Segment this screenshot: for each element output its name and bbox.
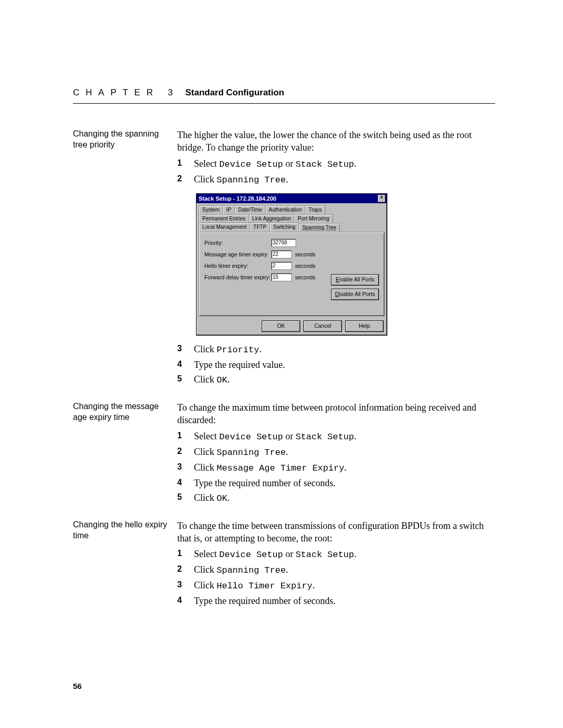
step: Click Message Age Timer Expiry.: [177, 461, 495, 475]
section-intro: The higher the value, the lower the chan…: [177, 129, 495, 154]
tab-authentication[interactable]: Authentication: [265, 205, 305, 214]
chapter-title: Standard Configuration: [185, 88, 284, 98]
tab-datetime[interactable]: Date/Time: [235, 205, 266, 214]
tab-link-aggregation[interactable]: Link Aggregation: [249, 214, 295, 223]
hello-label: Hello timer expiry:: [204, 262, 271, 269]
dialog-titlebar[interactable]: Stack Setup - 172.28.184.200 ×: [197, 194, 387, 203]
page-number: 56: [73, 682, 82, 690]
step: Click OK.: [177, 373, 495, 387]
step: Click OK.: [177, 491, 495, 505]
stack-setup-dialog: Stack Setup - 172.28.184.200 × System IP…: [196, 193, 387, 336]
tab-permanent-entries[interactable]: Permanent Entries: [199, 214, 249, 223]
enable-all-ports-button[interactable]: Enable All Ports: [331, 274, 379, 286]
step: Type the required number of seconds.: [177, 595, 495, 607]
section-spanning-priority: Changing the spanning tree priority The …: [73, 129, 495, 389]
msg-age-input[interactable]: 22: [271, 250, 292, 258]
section-intro: To change the time between transmissions…: [177, 520, 495, 545]
cancel-button[interactable]: Cancel: [303, 320, 342, 332]
help-button[interactable]: Help: [345, 320, 384, 332]
close-icon[interactable]: ×: [377, 194, 386, 203]
tab-spanning-tree[interactable]: Spanning Tree: [299, 223, 340, 232]
priority-input[interactable]: 32768: [271, 239, 296, 247]
disable-all-ports-button[interactable]: Disable All Ports: [331, 289, 379, 300]
page-header: CHAPTER 3 Standard Configuration: [73, 88, 495, 104]
section-hello-expiry: Changing the hello expiry time To change…: [73, 520, 495, 610]
ok-button[interactable]: OK: [262, 320, 300, 332]
step: Type the required number of seconds.: [177, 477, 495, 489]
priority-label: Priority:: [204, 239, 271, 246]
tab-traps[interactable]: Traps: [305, 205, 325, 214]
tab-tftp[interactable]: TFTP: [250, 223, 270, 232]
dialog-tabs: System IP Date/Time Authentication Traps…: [197, 203, 387, 232]
tab-ip[interactable]: IP: [223, 205, 235, 214]
step: Click Hello Timer Expiry.: [177, 579, 495, 593]
msg-age-label: Message age timer expiry:: [204, 251, 271, 258]
unit-label: seconds: [295, 262, 315, 269]
section-intro: To change the maximum time between proto…: [177, 401, 495, 427]
fwd-delay-label: Forward delay timer expiry:: [204, 274, 271, 281]
step: Select Device Setup or Stack Setup.: [177, 548, 495, 561]
hello-input[interactable]: 2: [271, 262, 292, 270]
tab-system[interactable]: System: [199, 205, 223, 214]
dialog-panel: Priority: 32768 Message age timer expiry…: [199, 232, 385, 316]
chapter-kicker: CHAPTER 3: [73, 88, 179, 98]
step: Select Device Setup or Stack Setup.: [177, 157, 495, 171]
section-label: Changing the spanning tree priority: [73, 129, 177, 389]
tab-switching[interactable]: Switching: [270, 223, 299, 232]
dialog-title: Stack Setup - 172.28.184.200: [199, 195, 276, 203]
step: Click Spanning Tree.: [177, 563, 495, 577]
section-label: Changing the hello expiry time: [73, 520, 177, 610]
step: Type the required value.: [177, 359, 495, 371]
step: Click Spanning Tree.: [177, 173, 495, 187]
unit-label: seconds: [295, 251, 315, 258]
section-message-age: Changing the message age expiry time To …: [73, 401, 495, 507]
tab-port-mirroring[interactable]: Port Mirroring: [294, 214, 333, 223]
dialog-button-row: OK Cancel Help: [197, 318, 387, 335]
unit-label: seconds: [295, 274, 315, 281]
step: Click Priority.: [177, 343, 495, 356]
step: Select Device Setup or Stack Setup.: [177, 430, 495, 443]
section-label: Changing the message age expiry time: [73, 401, 177, 507]
tab-local-management[interactable]: Local Management: [199, 223, 250, 232]
fwd-delay-input[interactable]: 15: [271, 273, 292, 281]
step: Click Spanning Tree.: [177, 446, 495, 459]
